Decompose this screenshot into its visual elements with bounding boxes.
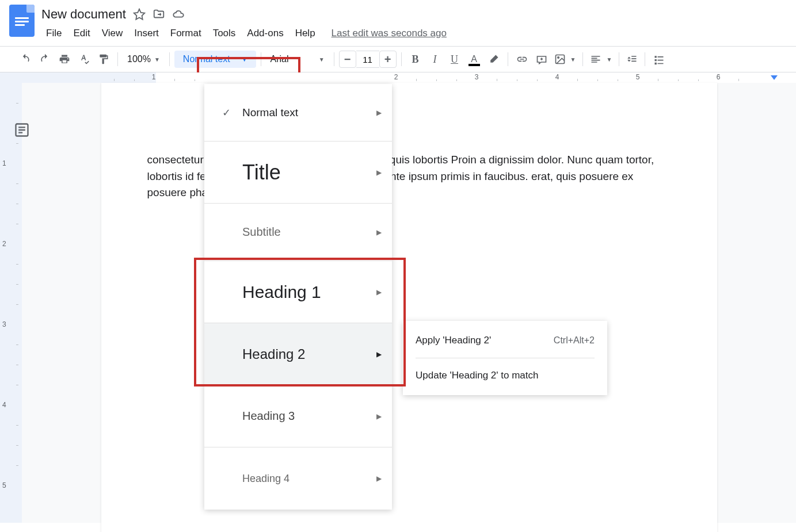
- style-option-h4[interactable]: Heading 4 ▶: [204, 447, 392, 510]
- style-option-normal[interactable]: ✓ Normal text ▶: [204, 84, 392, 141]
- bold-button[interactable]: B: [406, 50, 425, 68]
- menu-separator: [416, 358, 595, 358]
- cloud-status-icon[interactable]: [172, 8, 185, 21]
- align-button[interactable]: ▼: [588, 50, 614, 68]
- star-icon[interactable]: [133, 8, 146, 21]
- style-option-h1[interactable]: Heading 1 ▶: [204, 261, 392, 323]
- menu-bar: File Edit View Insert Format Tools Add-o…: [41, 25, 787, 41]
- undo-button[interactable]: [16, 50, 35, 68]
- styles-combo[interactable]: Normal text▼: [174, 51, 256, 68]
- insert-image-button[interactable]: ▼: [552, 50, 578, 68]
- svg-point-1: [557, 57, 559, 59]
- increase-fontsize-button[interactable]: +: [379, 51, 397, 68]
- line-spacing-button[interactable]: [624, 50, 640, 68]
- last-edit-link[interactable]: Last edit was seconds ago: [332, 28, 447, 39]
- font-combo[interactable]: Arial▼: [266, 50, 329, 68]
- styles-dropdown: ✓ Normal text ▶ Title ▶ Subtitle ▶ Headi…: [204, 84, 392, 510]
- vertical-ruler[interactable]: 1 2 3 4 5: [0, 83, 22, 523]
- heading-submenu: Apply 'Heading 2' Ctrl+Alt+2 Update 'Hea…: [403, 321, 607, 395]
- style-label: Title: [238, 160, 376, 185]
- style-option-title[interactable]: Title ▶: [204, 141, 392, 204]
- zoom-combo[interactable]: 100%▼: [123, 50, 165, 68]
- highlight-button[interactable]: [485, 50, 503, 68]
- docs-logo-icon[interactable]: [9, 5, 35, 37]
- toolbar: 100%▼ Normal text▼ Arial▼ − + B I U A ▼ …: [0, 46, 796, 72]
- paint-format-button[interactable]: [94, 50, 113, 68]
- apply-heading-button[interactable]: Apply 'Heading 2' Ctrl+Alt+2: [403, 326, 607, 355]
- text-color-button[interactable]: A: [465, 50, 483, 68]
- document-page[interactable]: consectetur adipiscing elit. Mauris et c…: [101, 83, 717, 532]
- style-label: Heading 2: [238, 346, 376, 362]
- redo-button[interactable]: [36, 50, 54, 68]
- style-label: Heading 3: [238, 409, 376, 423]
- document-title[interactable]: New document: [41, 7, 126, 22]
- style-label: Normal text: [238, 106, 376, 119]
- menu-view[interactable]: View: [97, 25, 128, 41]
- chevron-right-icon: ▶: [376, 169, 382, 177]
- italic-button[interactable]: I: [426, 50, 444, 68]
- checklist-button[interactable]: [650, 50, 668, 68]
- right-indent-marker[interactable]: [771, 75, 778, 80]
- chevron-right-icon: ▶: [376, 350, 382, 358]
- app-header: New document File Edit View Insert Forma…: [0, 0, 796, 41]
- decrease-fontsize-button[interactable]: −: [339, 51, 356, 68]
- add-comment-button[interactable]: [532, 50, 551, 68]
- check-icon: ✓: [215, 106, 238, 119]
- submenu-label: Apply 'Heading 2': [416, 335, 491, 346]
- insert-link-button[interactable]: [513, 50, 531, 68]
- style-label: Heading 1: [238, 282, 376, 302]
- chevron-right-icon: ▶: [376, 412, 382, 420]
- horizontal-ruler[interactable]: 1 2 3 4 5 6: [0, 72, 796, 83]
- menu-format[interactable]: Format: [166, 25, 206, 41]
- document-area: 1 2 3 4 5 consectetur adipiscing elit. M…: [0, 83, 796, 523]
- chevron-right-icon: ▶: [376, 474, 382, 483]
- chevron-right-icon: ▶: [376, 288, 382, 296]
- underline-button[interactable]: U: [445, 50, 464, 68]
- chevron-right-icon: ▶: [376, 228, 382, 236]
- fontsize-input[interactable]: [356, 51, 379, 68]
- menu-file[interactable]: File: [41, 25, 66, 41]
- print-button[interactable]: [55, 50, 74, 68]
- menu-edit[interactable]: Edit: [68, 25, 94, 41]
- menu-insert[interactable]: Insert: [130, 25, 163, 41]
- keyboard-shortcut: Ctrl+Alt+2: [554, 335, 595, 346]
- show-outline-button[interactable]: [14, 122, 30, 138]
- style-option-h2[interactable]: Heading 2 ▶: [204, 323, 392, 385]
- style-label: Heading 4: [238, 473, 376, 485]
- menu-help[interactable]: Help: [291, 25, 320, 41]
- menu-addons[interactable]: Add-ons: [242, 25, 288, 41]
- spellcheck-button[interactable]: [75, 50, 93, 68]
- update-heading-button[interactable]: Update 'Heading 2' to match: [403, 361, 607, 391]
- menu-tools[interactable]: Tools: [208, 25, 241, 41]
- chevron-right-icon: ▶: [376, 109, 382, 117]
- submenu-label: Update 'Heading 2' to match: [416, 370, 538, 381]
- style-label: Subtitle: [238, 225, 376, 239]
- move-folder-icon[interactable]: [153, 8, 165, 21]
- style-option-h3[interactable]: Heading 3 ▶: [204, 385, 392, 447]
- style-option-subtitle[interactable]: Subtitle ▶: [204, 204, 392, 261]
